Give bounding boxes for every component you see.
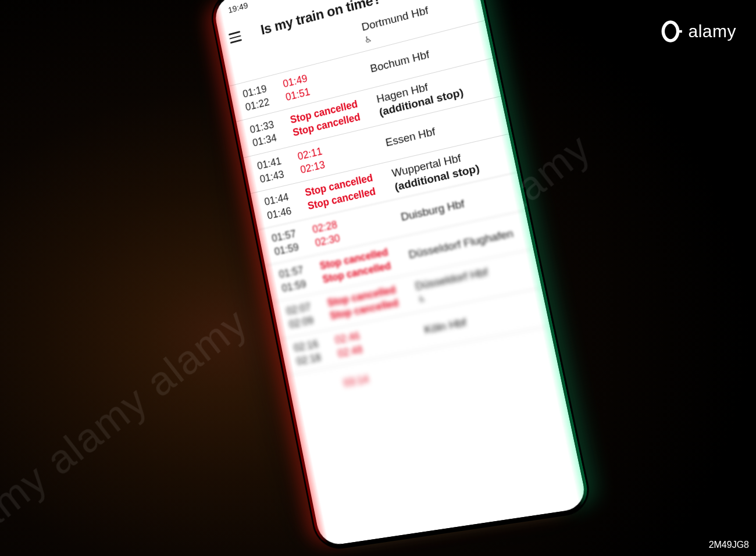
station-note: (additional stop)	[378, 85, 465, 119]
scheduled-times: 01:5701:59	[270, 224, 312, 259]
phone-screen: 19:49 87%	[212, 0, 589, 547]
sched-arrival	[302, 384, 339, 391]
real-arrival: 03:14	[343, 361, 429, 390]
sched-departure	[237, 57, 273, 66]
scheduled-times: 01:5701:59	[278, 261, 320, 295]
station-info: Köln Hbf	[422, 295, 538, 344]
image-id: 2M49JG8	[709, 540, 749, 550]
station-info: Wuppertal Hbf(additional stop)	[391, 141, 506, 194]
watermark-diagonal: alamy alamy alamy	[0, 299, 256, 556]
sched-arrival	[237, 57, 273, 66]
watermark-logo: alamy	[658, 19, 736, 44]
scheduled-times: 01:1901:22	[241, 79, 283, 115]
scheduled-times: 01:4401:46	[263, 187, 305, 222]
phone-frame: 19:49 87%	[207, 0, 594, 552]
scheduled-times	[300, 371, 342, 403]
scheduled-times: 01:4101:43	[256, 151, 298, 187]
accessibility-icon: ♿︎	[417, 293, 427, 305]
watermark-brand-text: alamy	[688, 22, 736, 41]
station-info: Duisburg Hbf	[398, 180, 513, 231]
scheduled-times: 02:1602:18	[293, 334, 335, 369]
menu-icon[interactable]	[229, 31, 242, 44]
station-info: Düsseldorf Flughafen	[406, 218, 522, 269]
station-name: Bochum Hbf	[369, 48, 431, 76]
svg-rect-0	[677, 30, 682, 33]
station-name: Essen Hbf	[384, 124, 437, 149]
station-note: (additional stop)	[393, 161, 480, 194]
stops-list[interactable]: Dortmund Hbf♿︎01:1901:2201:4901:51Bochum…	[223, 0, 558, 410]
station-name: Düsseldorf Flughafen	[408, 226, 515, 262]
station-info	[429, 333, 545, 380]
status-time: 19:49	[227, 0, 249, 15]
station-name: Düsseldorf Hbf	[414, 265, 489, 294]
accessibility-icon: ♿︎	[363, 33, 373, 45]
scheduled-times: 01:3301:34	[249, 115, 290, 150]
station-info: Essen Hbf	[383, 104, 497, 157]
station-name: Köln Hbf	[423, 315, 468, 337]
sched-departure	[302, 384, 339, 391]
scheduled-times: 02:0702:09	[285, 297, 327, 332]
station-info: Düsseldorf Hbf♿︎	[413, 256, 530, 306]
station-name: Wuppertal Hbf	[391, 151, 462, 180]
station-info: Hagen Hbf(additional stop)	[375, 66, 489, 120]
station-name: Duisburg Hbf	[400, 197, 466, 224]
